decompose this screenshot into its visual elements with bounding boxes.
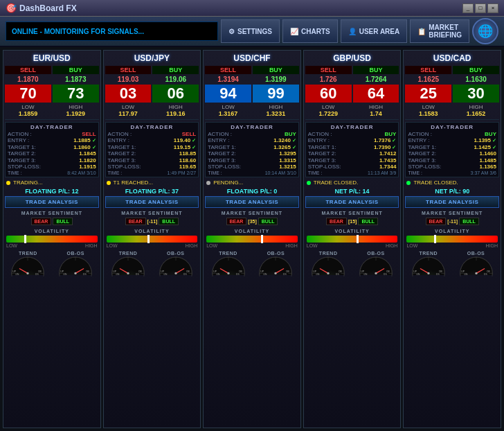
vol-high-label: HIGH [285, 243, 298, 248]
pair-title: GBP/USD [305, 52, 399, 64]
charts-label: CHARTS [301, 28, 330, 35]
full-prices: 1.3194 1.3199 [205, 76, 299, 83]
sentiment-row: BEAR [35] BULL [205, 218, 299, 225]
gauges-row: TREND [205, 251, 299, 276]
trend-gauge: TREND [305, 251, 352, 276]
svg-text:OB: OB [138, 270, 143, 273]
trade-analysis-button[interactable]: TRADE ANALYSIS [5, 196, 99, 208]
bear-button[interactable]: BEAR [31, 218, 52, 225]
trade-analysis-button[interactable]: TRADE ANALYSIS [405, 196, 499, 208]
bear-button[interactable]: BEAR [226, 218, 247, 225]
panel-usdjpy: USD/JPY SELL BUY 119.03 119.06 03 06 LOW… [103, 50, 201, 428]
sentiment-row: BEAR [-11] BULL [405, 218, 499, 225]
svg-point-67 [275, 272, 277, 274]
svg-text:DN: DN [363, 273, 367, 276]
svg-text:OS: OS [235, 273, 240, 276]
trend-gauge: TREND [405, 251, 451, 276]
panel-usdchf: USD/CHF SELL BUY 1.3194 1.3199 94 99 LOW… [203, 50, 301, 428]
buy-price: 1.7264 [353, 76, 399, 83]
low-high: LOW 1.1583 HIGH 1.1652 [405, 104, 499, 117]
bull-button[interactable]: BULL [159, 218, 179, 225]
panel-usdcad: USD/CAD SELL BUY 1.1625 1.1630 25 30 LOW… [403, 50, 501, 428]
low-high: LOW 1.3167 HIGH 1.3231 [205, 104, 299, 117]
vol-high-label: HIGH [485, 243, 498, 248]
svg-text:OS: OS [436, 273, 440, 276]
sell-price: 1.1870 [5, 76, 51, 83]
svg-text:DN: DN [163, 273, 167, 276]
bear-button[interactable]: BEAR [426, 218, 447, 225]
globe-button[interactable]: 🌐 [472, 18, 498, 44]
volatility-title: VOLATILITY [5, 229, 99, 234]
buy-label: BUY [53, 66, 99, 74]
main-content: EUR/USD SELL BUY 1.1870 1.1873 70 73 LOW… [0, 47, 504, 431]
globe-icon: 🌐 [478, 24, 493, 39]
user-label: USER AREA [359, 28, 400, 35]
market-briefing-button[interactable]: 📋 MARKETBRIEFING [410, 19, 469, 43]
status-indicator: T1 REACHED... [105, 179, 199, 186]
bull-button[interactable]: BULL [53, 218, 73, 225]
market-sentiment-title: MARKET SENTIMENT [305, 211, 399, 216]
sentiment-row: BEAR [-11] BULL [105, 218, 199, 225]
big-sell: 03 [105, 85, 152, 103]
bull-button[interactable]: BULL [459, 218, 479, 225]
bull-button[interactable]: BULL [358, 218, 378, 225]
settings-button[interactable]: ⚙ SETTINGS [221, 19, 280, 43]
trade-analysis-button[interactable]: TRADE ANALYSIS [305, 196, 399, 208]
svg-point-103 [427, 272, 429, 274]
floating-pl: NET P/L: 14 [305, 188, 399, 195]
buy-price: 1.1630 [453, 76, 499, 83]
status-dot [6, 181, 10, 185]
bull-button[interactable]: BULL [258, 218, 278, 225]
trend-gauge: TREND [205, 251, 251, 276]
day-trader-section: DAY-TRADER ACTION : BUY ENTRY : 1.1395 T… [405, 122, 499, 177]
svg-text:OB: OB [439, 270, 443, 273]
svg-text:DN: DN [16, 273, 19, 276]
sell-buy-header: SELL BUY [405, 66, 499, 74]
volatility-title: VOLATILITY [205, 229, 299, 234]
status-dot [307, 181, 311, 185]
maximize-button[interactable]: □ [475, 3, 486, 13]
low-side: LOW 1.1583 [405, 104, 451, 117]
close-button[interactable]: × [487, 3, 498, 13]
svg-text:OB: OB [86, 270, 90, 273]
vol-low-label: LOW [206, 243, 217, 248]
user-area-button[interactable]: 👤 USER AREA [341, 19, 408, 43]
charts-button[interactable]: 📈 CHARTS [282, 19, 338, 43]
big-buy: 99 [253, 85, 299, 103]
sell-label: SELL [305, 66, 352, 74]
sentiment-value: [35] [248, 219, 256, 224]
low-high: LOW 117.97 HIGH 119.16 [105, 104, 199, 117]
vol-high-label: HIGH [386, 243, 398, 248]
bear-button[interactable]: BEAR [125, 218, 146, 225]
status-dot [107, 181, 111, 185]
nav-bar: ONLINE - MONITORING FOR SIGNALS... ⚙ SET… [0, 17, 504, 47]
user-icon: 👤 [348, 28, 357, 35]
status-text: TRADE CLOSED. [413, 179, 458, 186]
big-sell: 94 [205, 85, 251, 103]
buy-price: 1.1873 [53, 76, 99, 83]
big-buy: 64 [353, 85, 399, 103]
market-sentiment-title: MARKET SENTIMENT [405, 211, 499, 216]
trade-analysis-button[interactable]: TRADE ANALYSIS [205, 196, 299, 208]
svg-text:DN: DN [264, 273, 267, 276]
price-big: 94 99 [205, 85, 299, 103]
minimize-button[interactable]: _ [462, 3, 474, 13]
bear-button[interactable]: BEAR [326, 218, 347, 225]
app-title: DashBoard FX [19, 3, 462, 13]
obos-gauge: OB-OS [152, 251, 199, 276]
trend-gauge: TREND [105, 251, 152, 276]
vol-low-label: LOW [406, 243, 417, 248]
low-side: LOW 1.3167 [205, 104, 251, 117]
vol-high-label: HIGH [186, 243, 198, 248]
trade-analysis-button[interactable]: TRADE ANALYSIS [105, 196, 199, 208]
day-trader-section: DAY-TRADER ACTION : BUY ENTRY : 1.3240 T… [205, 122, 299, 177]
volatility-title: VOLATILITY [105, 229, 199, 234]
svg-text:OS: OS [83, 273, 87, 276]
market-sentiment-title: MARKET SENTIMENT [5, 211, 99, 216]
status-text: ONLINE - MONITORING FOR SIGNALS... [12, 28, 144, 35]
svg-text:DN: DN [64, 273, 67, 276]
status-text: T1 REACHED... [114, 179, 153, 186]
svg-point-19 [75, 272, 77, 274]
volatility-bar [406, 236, 498, 243]
day-trader-section: DAY-TRADER ACTION : BUY ENTRY : 1.7376 T… [305, 122, 399, 177]
